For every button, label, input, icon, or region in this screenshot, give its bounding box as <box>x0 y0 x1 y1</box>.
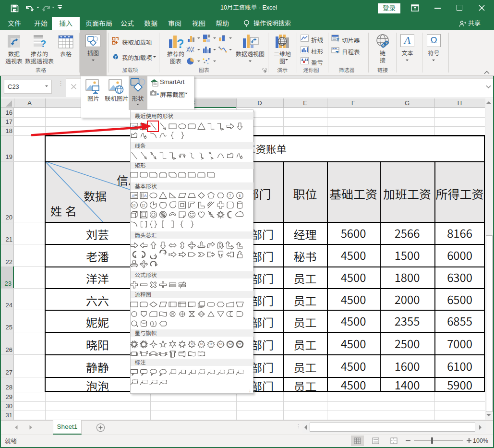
svg-text:32: 32 <box>238 343 241 346</box>
svg-text:A: A <box>144 194 147 198</box>
svg-text:?: ? <box>177 36 183 49</box>
svg-text:?: ? <box>40 38 46 48</box>
svg-text:24: 24 <box>229 343 232 346</box>
svg-text:12: 12 <box>142 204 145 207</box>
svg-text:10: 10 <box>132 204 136 207</box>
svg-text:8: 8 <box>239 194 241 197</box>
svg-text:16: 16 <box>219 343 222 346</box>
svg-text:8: 8 <box>191 343 193 346</box>
svg-text:10: 10 <box>200 343 203 346</box>
svg-text:7: 7 <box>229 194 231 197</box>
svg-text:12: 12 <box>209 343 213 346</box>
